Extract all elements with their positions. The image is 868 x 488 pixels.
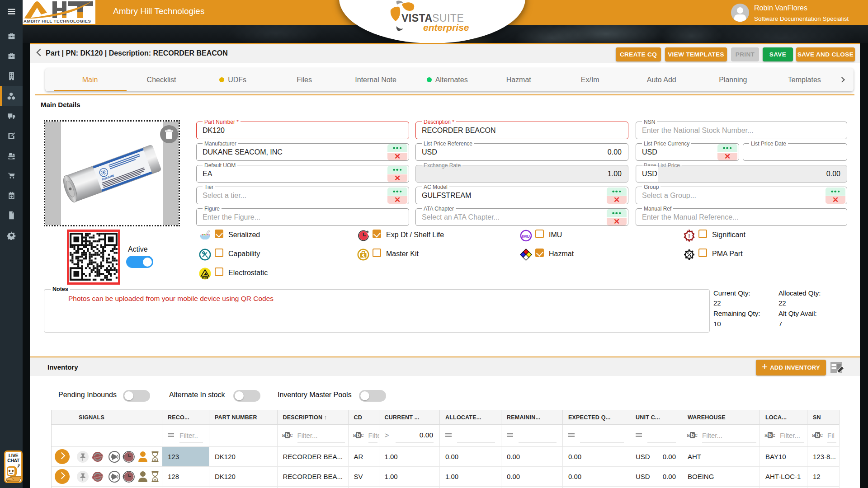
svg-text:IMU: IMU <box>522 234 530 239</box>
svg-text:enterprise: enterprise <box>423 22 469 33</box>
svg-text:ESD: ESD <box>203 277 207 279</box>
svg-text:!: ! <box>688 233 690 239</box>
svg-text:AMBRY HILL TECHNOLOGIES: AMBRY HILL TECHNOLOGIES <box>24 19 91 23</box>
